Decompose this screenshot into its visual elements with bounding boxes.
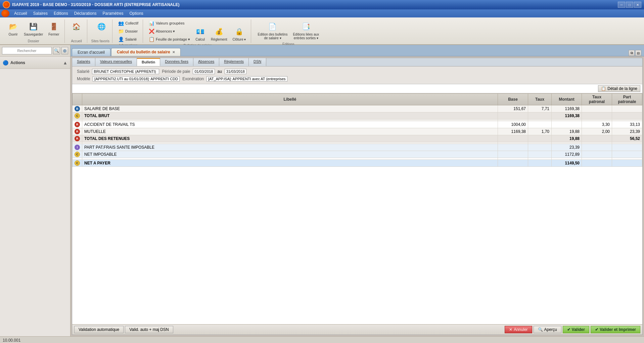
btab-dsn[interactable]: DSN: [249, 58, 266, 66]
search-button[interactable]: 🔍: [53, 47, 60, 54]
apercu-label: Aperçu: [544, 327, 557, 332]
btab-absences[interactable]: Absences: [193, 58, 219, 66]
accueil-button[interactable]: 🏠: [69, 19, 84, 34]
editions-liees-button[interactable]: 📑 Editions liées auxentrées sorties ▾: [290, 19, 321, 42]
col-base: Base: [498, 94, 528, 105]
valider-imprimer-icon: ✔: [595, 327, 598, 332]
row-taux-pat-cell: [582, 144, 612, 151]
absences-button[interactable]: ❌ Absences ▾: [147, 28, 192, 35]
row-part-pat-cell: [612, 105, 642, 112]
col-badge: [73, 94, 82, 105]
row-montant-cell: [552, 121, 582, 128]
collapse-button[interactable]: ▲: [63, 60, 67, 65]
window-restore-button[interactable]: ⊟: [635, 50, 641, 56]
row-badge: R: [75, 122, 80, 127]
col-taux-patronal: Taux patronal: [582, 94, 612, 105]
window-tile-button[interactable]: ⧉: [629, 50, 635, 56]
calcul-icon: 💶: [195, 26, 205, 37]
table-row[interactable]: C TOTAL BRUT 1169,38: [73, 112, 642, 119]
tab-accueil[interactable]: Ecran d'accueil: [72, 48, 110, 56]
status-text: 10.00.001: [3, 338, 20, 343]
dossier-info-label: Dossier: [125, 29, 138, 33]
row-libelle-cell: PART PAT.FRAIS SANTE IMPOSABLE: [82, 144, 498, 151]
feuille-pointage-icon: 📋: [149, 37, 154, 42]
row-base-cell: 1169,38: [498, 128, 528, 135]
table-row[interactable]: R TOTAL DES RETENUES 19,88 56,52: [73, 135, 642, 142]
cloture-button[interactable]: 🔒 Clôture ▾: [230, 24, 248, 43]
tabs-bar: Ecran d'accueil Calcul du bulletin de sa…: [71, 45, 644, 56]
valider-button[interactable]: ✔ Valider: [563, 326, 589, 333]
table-row[interactable]: C NET IMPOSABLE 1172,89: [73, 151, 642, 158]
salarie-info-button[interactable]: 👤 Salarié: [117, 36, 138, 43]
table-row[interactable]: I PART PAT.FRAIS SANTE IMPOSABLE 23,39: [73, 144, 642, 151]
row-base-cell: [498, 135, 528, 142]
row-part-pat-cell: 33,13: [612, 121, 642, 128]
reglement-button[interactable]: 💰 Règlement: [209, 24, 229, 43]
close-file-label: Fermer: [48, 33, 59, 36]
row-badge-cell: C: [73, 160, 82, 167]
absences-icon: ❌: [149, 29, 154, 34]
btab-valeurs-mensuelles[interactable]: Valeurs mensuelles: [95, 58, 137, 66]
valider-icon: ✔: [567, 327, 570, 332]
maximize-button[interactable]: □: [626, 2, 633, 8]
content-area: Ecran d'accueil Calcul du bulletin de sa…: [71, 45, 644, 336]
absences-label: Absences ▾: [156, 29, 175, 34]
tab-bulletin-close[interactable]: ✕: [172, 50, 175, 54]
menu-bar: Accueil Salaires Editions Déclarations P…: [0, 9, 644, 17]
validation-auto-label: Validation automatique: [79, 327, 119, 332]
menu-accueil[interactable]: Accueil: [11, 10, 30, 17]
valid-auto-dsn-button[interactable]: Valid. auto + maj DSN: [125, 326, 173, 333]
row-taux-cell: [528, 144, 552, 151]
row-montant-cell: 19,88: [552, 135, 582, 142]
btab-reglements[interactable]: Règlements: [219, 58, 249, 66]
menu-editions[interactable]: Editions: [51, 10, 71, 17]
bulletin-table: Libellé Base Taux Montant Taux patronal …: [72, 93, 642, 324]
row-taux-cell: 7,71: [528, 105, 552, 112]
table-row[interactable]: B SALAIRE DE BASE 151,67 7,71 1169,38: [73, 105, 642, 112]
menu-declarations[interactable]: Déclarations: [72, 10, 99, 17]
search-input[interactable]: [2, 47, 52, 54]
table-row[interactable]: R MUTUELLE 1169,38 1,70 19,88 2,00 23,39: [73, 128, 642, 135]
reglement-label: Règlement: [211, 38, 227, 41]
minimize-button[interactable]: ─: [618, 2, 625, 8]
btab-bulletin[interactable]: Bulletin: [137, 58, 160, 66]
open-button[interactable]: 📂 Ouvrir: [5, 19, 21, 38]
sites-favoris-button[interactable]: 🌐: [94, 19, 109, 34]
row-base-cell: [498, 144, 528, 151]
row-montant-cell: 1172,89: [552, 151, 582, 158]
edition-bulletins-button[interactable]: 📄 Edition des bulletinsde salaire ▾: [255, 19, 290, 42]
menu-salaires[interactable]: Salaires: [31, 10, 50, 17]
annuler-button[interactable]: ✕ Annuler: [505, 326, 532, 333]
detail-ligne-button[interactable]: 📋 Détail de la ligne: [598, 85, 640, 92]
btab-donnees-fixes[interactable]: Données fixes: [160, 58, 193, 66]
row-badge: B: [75, 106, 80, 111]
accueil-group-label: Accueil: [69, 39, 84, 43]
dossier-info-button[interactable]: 📁 Dossier: [117, 28, 139, 35]
calcul-button[interactable]: 💶 Calcul: [192, 24, 208, 43]
valeurs-groupees-button[interactable]: 📊 Valeurs groupées: [147, 19, 192, 27]
table-row[interactable]: R ACCIDENT DE TRAVAIL TS 1004,00 3,30 33…: [73, 121, 642, 128]
tab-bulletin[interactable]: Calcul du bulletin de salaire ✕: [111, 48, 181, 56]
table-row[interactable]: C NET A PAYER 1149,50: [73, 160, 642, 167]
feuille-pointage-button[interactable]: 📋 Feuille de pointage ▾: [147, 36, 192, 43]
validation-auto-button[interactable]: Validation automatique: [74, 326, 124, 333]
row-taux-pat-cell: [582, 105, 612, 112]
row-montant-cell: 19,88: [552, 128, 582, 135]
salarie-field-label: Salarié: [77, 69, 89, 74]
menu-parametres[interactable]: Paramètres: [100, 10, 126, 17]
editions-liees-label: Editions liées auxentrées sorties ▾: [293, 33, 319, 40]
search-bar: 🔍 ⊕: [0, 45, 70, 57]
editions-liees-icon: 📑: [301, 21, 311, 32]
save-button[interactable]: 💾 Sauvegarder: [21, 19, 45, 38]
btab-salaries[interactable]: Salariés: [72, 58, 95, 66]
window-controls[interactable]: ─ □ ✕: [618, 2, 641, 8]
row-part-pat-cell: [612, 151, 642, 158]
close-file-button[interactable]: 🚪 Fermer: [46, 19, 61, 38]
valider-imprimer-button[interactable]: ✔ Valider et Imprimer: [591, 326, 640, 333]
close-button[interactable]: ✕: [634, 2, 641, 8]
menu-options[interactable]: Options: [127, 10, 146, 17]
add-button[interactable]: ⊕: [61, 47, 68, 54]
apercu-button[interactable]: 🔍 Aperçu: [534, 326, 561, 333]
collectif-button[interactable]: 👥 Collectif: [117, 19, 140, 27]
salarie-value: BRUNET CHRISTOPHE (APPRENTI): [92, 69, 159, 74]
